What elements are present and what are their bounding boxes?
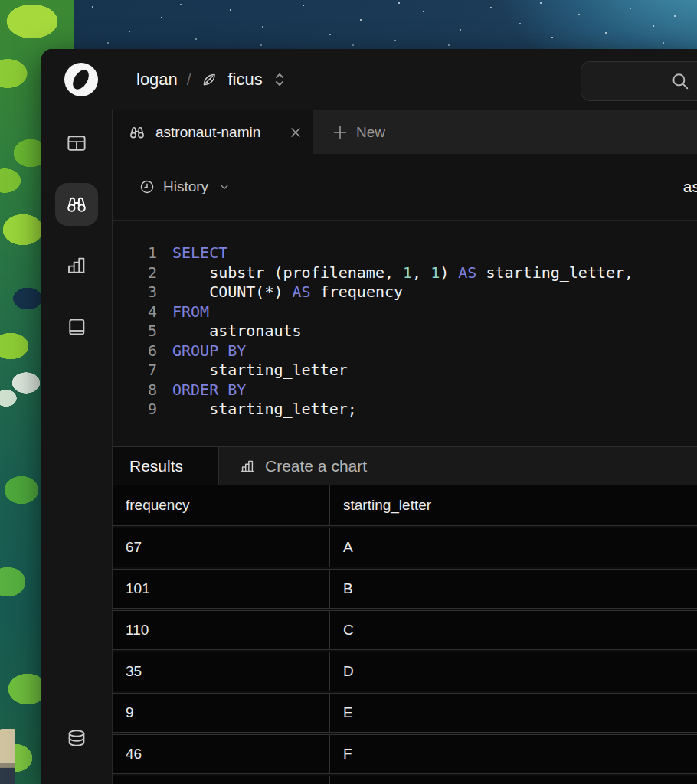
column-header[interactable] xyxy=(548,485,697,525)
line-number: 8 xyxy=(139,381,157,400)
line-number: 6 xyxy=(139,341,157,361)
table-cell[interactable] xyxy=(548,776,697,784)
table-row: 46F xyxy=(113,734,697,774)
table-cell[interactable] xyxy=(548,611,697,649)
sidebar xyxy=(41,110,113,784)
binoculars-icon xyxy=(64,192,89,217)
history-label: History xyxy=(163,178,208,195)
results-tab[interactable]: Results xyxy=(113,447,219,485)
column-header[interactable]: frequency xyxy=(113,485,330,525)
table-icon xyxy=(65,132,88,155)
table-cell[interactable]: B xyxy=(330,570,548,608)
code-line: 4FROM xyxy=(139,302,697,322)
code-text: FROM xyxy=(172,302,209,322)
table-row: 101B xyxy=(113,569,697,609)
window-body: astronaut-namin New xyxy=(41,110,697,784)
main-panel: astronaut-namin New xyxy=(113,110,697,784)
table-row: 67A xyxy=(113,528,697,567)
notebook-icon xyxy=(65,315,88,338)
new-tab-button[interactable]: New xyxy=(313,110,385,154)
app-window: logan / ficus xyxy=(41,49,697,784)
code-text: astronauts xyxy=(172,322,302,341)
table-cell[interactable]: G xyxy=(330,776,548,784)
query-toolbar: History as xyxy=(113,154,697,220)
search-input[interactable] xyxy=(581,61,697,101)
sidebar-item-queries[interactable] xyxy=(55,183,98,226)
code-text: starting_letter xyxy=(172,361,348,381)
results-bar: Results Create a chart xyxy=(113,446,697,485)
table-row: 9E xyxy=(113,693,697,733)
code-text: SELECT xyxy=(172,243,227,263)
table-cell[interactable]: 101 xyxy=(113,570,330,608)
sidebar-item-notebook[interactable] xyxy=(55,305,98,348)
sidebar-item-tables[interactable] xyxy=(55,122,98,165)
code-line: 8ORDER BY xyxy=(139,381,697,400)
code-line: 2 substr (profilename, 1, 1) AS starting… xyxy=(139,263,697,283)
code-text: ORDER BY xyxy=(172,381,246,400)
code-text: substr (profilename, 1, 1) AS starting_l… xyxy=(172,263,633,283)
line-number: 1 xyxy=(139,243,157,263)
table-cell[interactable] xyxy=(548,652,697,691)
table-header-row: frequencystarting_letter xyxy=(113,485,697,526)
chevron-down-icon xyxy=(218,180,231,194)
table-cell[interactable]: 76 xyxy=(113,776,330,784)
new-tab-label: New xyxy=(356,124,385,141)
base-name[interactable]: ficus xyxy=(227,70,262,90)
tab-label: astronaut-namin xyxy=(155,124,280,141)
table-cell[interactable] xyxy=(548,694,697,732)
plus-icon xyxy=(332,124,348,141)
titlebar: logan / ficus xyxy=(41,49,697,110)
sql-editor[interactable]: 1SELECT2 substr (profilename, 1, 1) AS s… xyxy=(113,220,697,446)
table-cell[interactable]: 67 xyxy=(113,528,330,567)
create-chart-button[interactable]: Create a chart xyxy=(219,447,367,485)
table-cell[interactable] xyxy=(548,735,697,773)
chevron-up-down-icon[interactable] xyxy=(272,70,287,89)
sidebar-item-sources[interactable] xyxy=(55,717,98,760)
app-logo-icon[interactable] xyxy=(64,63,98,96)
table-row: 35D xyxy=(113,652,697,691)
table-cell[interactable]: 35 xyxy=(113,652,330,691)
code-line: 3 COUNT(*) AS frequency xyxy=(139,283,697,302)
close-tab-icon[interactable] xyxy=(289,126,303,139)
binoculars-icon xyxy=(128,123,146,142)
create-chart-label: Create a chart xyxy=(265,457,367,475)
table-cell[interactable]: 46 xyxy=(113,735,330,773)
feather-icon xyxy=(200,70,218,89)
breadcrumb-separator: / xyxy=(187,71,191,89)
line-number: 3 xyxy=(139,283,157,302)
sidebar-item-charts[interactable] xyxy=(55,244,98,287)
workspace-name[interactable]: logan xyxy=(136,70,178,90)
table-cell[interactable]: A xyxy=(330,528,548,567)
search-icon xyxy=(670,71,690,91)
table-cell[interactable]: F xyxy=(330,735,548,773)
table-cell[interactable]: 110 xyxy=(113,611,330,649)
wallpaper-building xyxy=(0,729,15,784)
code-text: starting_letter; xyxy=(172,400,357,420)
code-text: GROUP BY xyxy=(172,341,246,361)
clock-icon xyxy=(139,178,155,195)
line-number: 9 xyxy=(139,400,157,420)
column-header[interactable]: starting_letter xyxy=(330,485,548,525)
table-cell[interactable] xyxy=(548,528,697,567)
bar-chart-icon xyxy=(65,254,88,277)
table-cell[interactable]: C xyxy=(330,611,548,649)
table-cell[interactable]: 9 xyxy=(113,694,330,732)
line-number: 4 xyxy=(139,302,157,322)
table-row: 110C xyxy=(113,610,697,650)
code-line: 9 starting_letter; xyxy=(139,400,697,420)
results-tab-label: Results xyxy=(129,457,183,475)
tab-astronaut-naming[interactable]: astronaut-namin xyxy=(113,110,313,154)
results-table: frequencystarting_letter67A101B110C35D9E… xyxy=(113,485,697,784)
code-line: 7 starting_letter xyxy=(139,361,697,381)
line-number: 2 xyxy=(139,263,157,283)
breadcrumb: logan / ficus xyxy=(136,70,287,90)
table-cell[interactable]: E xyxy=(330,694,548,732)
line-number: 5 xyxy=(139,322,157,341)
code-line: 1SELECT xyxy=(139,243,697,263)
table-cell[interactable]: D xyxy=(330,652,548,691)
code-line: 6GROUP BY xyxy=(139,341,697,361)
code-line: 5 astronauts xyxy=(139,322,697,341)
table-cell[interactable] xyxy=(548,570,697,608)
history-button[interactable]: History xyxy=(139,178,231,195)
database-icon xyxy=(64,726,89,750)
